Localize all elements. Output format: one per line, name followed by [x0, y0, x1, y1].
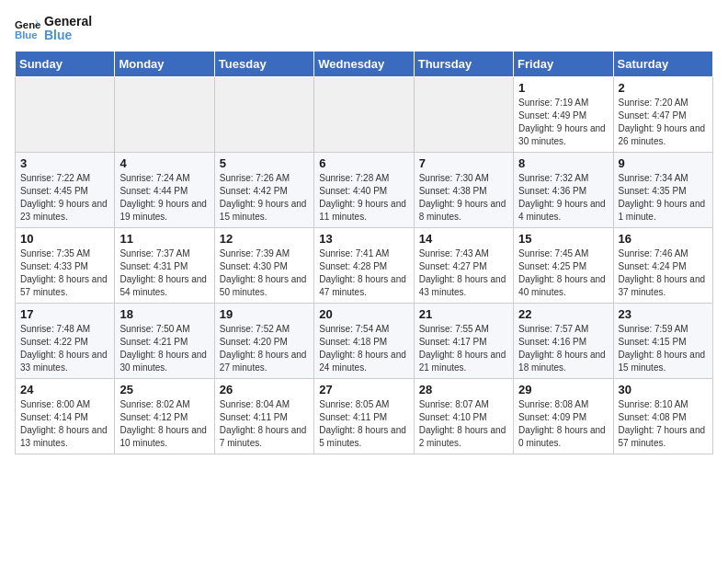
day-number: 28 — [419, 383, 508, 396]
weekday-header: Friday — [514, 51, 613, 76]
calendar-cell: 25Sunrise: 8:02 AM Sunset: 4:12 PM Dayli… — [115, 378, 214, 454]
calendar: SundayMondayTuesdayWednesdayThursdayFrid… — [15, 51, 713, 454]
calendar-cell: 8Sunrise: 7:32 AM Sunset: 4:36 PM Daylig… — [514, 152, 613, 227]
calendar-cell: 23Sunrise: 7:59 AM Sunset: 4:15 PM Dayli… — [613, 303, 712, 378]
day-number: 12 — [220, 232, 309, 246]
day-number: 2 — [619, 81, 708, 95]
day-info: Sunrise: 7:26 AM Sunset: 4:42 PM Dayligh… — [220, 172, 309, 224]
day-number: 23 — [619, 307, 708, 321]
calendar-cell — [115, 76, 214, 152]
day-number: 22 — [518, 307, 608, 321]
calendar-cell: 18Sunrise: 7:50 AM Sunset: 4:21 PM Dayli… — [115, 303, 214, 378]
day-number: 20 — [319, 307, 408, 321]
weekday-header: Wednesday — [314, 51, 414, 76]
day-info: Sunrise: 7:50 AM Sunset: 4:21 PM Dayligh… — [119, 323, 209, 374]
calendar-cell: 9Sunrise: 7:34 AM Sunset: 4:35 PM Daylig… — [613, 152, 712, 227]
day-number: 18 — [119, 307, 209, 321]
day-number: 6 — [319, 156, 408, 170]
day-number: 4 — [119, 156, 209, 170]
day-info: Sunrise: 7:54 AM Sunset: 4:18 PM Dayligh… — [319, 323, 408, 374]
calendar-cell: 15Sunrise: 7:45 AM Sunset: 4:25 PM Dayli… — [514, 227, 613, 303]
calendar-cell: 17Sunrise: 7:48 AM Sunset: 4:22 PM Dayli… — [16, 303, 115, 378]
day-number: 15 — [518, 232, 608, 246]
day-number: 25 — [119, 383, 209, 396]
day-info: Sunrise: 8:02 AM Sunset: 4:12 PM Dayligh… — [119, 398, 209, 450]
calendar-cell: 6Sunrise: 7:28 AM Sunset: 4:40 PM Daylig… — [314, 152, 414, 227]
calendar-cell: 2Sunrise: 7:20 AM Sunset: 4:47 PM Daylig… — [613, 76, 712, 152]
day-number: 7 — [419, 156, 508, 170]
day-info: Sunrise: 7:20 AM Sunset: 4:47 PM Dayligh… — [619, 97, 708, 148]
day-number: 11 — [119, 232, 209, 246]
calendar-cell: 24Sunrise: 8:00 AM Sunset: 4:14 PM Dayli… — [16, 378, 115, 454]
day-number: 30 — [619, 383, 708, 396]
weekday-header: Thursday — [414, 51, 513, 76]
day-info: Sunrise: 8:07 AM Sunset: 4:10 PM Dayligh… — [419, 398, 508, 450]
weekday-header: Sunday — [16, 51, 115, 76]
day-info: Sunrise: 8:10 AM Sunset: 4:08 PM Dayligh… — [619, 398, 708, 450]
day-number: 21 — [419, 307, 508, 321]
day-number: 17 — [20, 307, 109, 321]
calendar-cell — [16, 76, 115, 152]
day-info: Sunrise: 7:37 AM Sunset: 4:31 PM Dayligh… — [119, 247, 209, 299]
weekday-header: Monday — [115, 51, 214, 76]
day-info: Sunrise: 7:19 AM Sunset: 4:49 PM Dayligh… — [518, 97, 608, 148]
day-number: 27 — [319, 383, 408, 396]
day-info: Sunrise: 8:00 AM Sunset: 4:14 PM Dayligh… — [20, 398, 109, 450]
day-number: 10 — [20, 232, 109, 246]
day-number: 29 — [518, 383, 608, 396]
calendar-cell: 13Sunrise: 7:41 AM Sunset: 4:28 PM Dayli… — [314, 227, 414, 303]
calendar-cell: 28Sunrise: 8:07 AM Sunset: 4:10 PM Dayli… — [414, 378, 513, 454]
calendar-cell: 4Sunrise: 7:24 AM Sunset: 4:44 PM Daylig… — [115, 152, 214, 227]
weekday-header: Tuesday — [214, 51, 313, 76]
day-info: Sunrise: 7:45 AM Sunset: 4:25 PM Dayligh… — [518, 247, 608, 299]
day-info: Sunrise: 7:39 AM Sunset: 4:30 PM Dayligh… — [220, 247, 309, 299]
calendar-cell: 26Sunrise: 8:04 AM Sunset: 4:11 PM Dayli… — [214, 378, 313, 454]
day-number: 19 — [220, 307, 309, 321]
day-info: Sunrise: 8:08 AM Sunset: 4:09 PM Dayligh… — [518, 398, 608, 450]
calendar-cell: 10Sunrise: 7:35 AM Sunset: 4:33 PM Dayli… — [16, 227, 115, 303]
day-info: Sunrise: 7:35 AM Sunset: 4:33 PM Dayligh… — [20, 247, 109, 299]
day-info: Sunrise: 7:24 AM Sunset: 4:44 PM Dayligh… — [119, 172, 209, 224]
day-info: Sunrise: 7:52 AM Sunset: 4:20 PM Dayligh… — [220, 323, 309, 374]
day-info: Sunrise: 7:57 AM Sunset: 4:16 PM Dayligh… — [518, 323, 608, 374]
calendar-cell: 29Sunrise: 8:08 AM Sunset: 4:09 PM Dayli… — [514, 378, 613, 454]
day-number: 14 — [419, 232, 508, 246]
logo: General Blue General Blue — [15, 15, 92, 43]
day-info: Sunrise: 7:30 AM Sunset: 4:38 PM Dayligh… — [419, 172, 508, 224]
svg-text:Blue: Blue — [15, 29, 38, 40]
calendar-cell: 14Sunrise: 7:43 AM Sunset: 4:27 PM Dayli… — [414, 227, 513, 303]
calendar-cell: 22Sunrise: 7:57 AM Sunset: 4:16 PM Dayli… — [514, 303, 613, 378]
calendar-cell: 1Sunrise: 7:19 AM Sunset: 4:49 PM Daylig… — [514, 76, 613, 152]
day-info: Sunrise: 7:32 AM Sunset: 4:36 PM Dayligh… — [518, 172, 608, 224]
weekday-header: Saturday — [613, 51, 712, 76]
calendar-cell: 16Sunrise: 7:46 AM Sunset: 4:24 PM Dayli… — [613, 227, 712, 303]
day-number: 13 — [319, 232, 408, 246]
calendar-cell: 27Sunrise: 8:05 AM Sunset: 4:11 PM Dayli… — [314, 378, 414, 454]
calendar-cell: 20Sunrise: 7:54 AM Sunset: 4:18 PM Dayli… — [314, 303, 414, 378]
day-number: 16 — [619, 232, 708, 246]
day-info: Sunrise: 7:43 AM Sunset: 4:27 PM Dayligh… — [419, 247, 508, 299]
day-info: Sunrise: 7:48 AM Sunset: 4:22 PM Dayligh… — [20, 323, 109, 374]
calendar-cell — [314, 76, 414, 152]
day-info: Sunrise: 7:55 AM Sunset: 4:17 PM Dayligh… — [419, 323, 508, 374]
day-info: Sunrise: 7:22 AM Sunset: 4:45 PM Dayligh… — [20, 172, 109, 224]
day-number: 8 — [518, 156, 608, 170]
calendar-cell — [214, 76, 313, 152]
day-number: 5 — [220, 156, 309, 170]
calendar-cell: 3Sunrise: 7:22 AM Sunset: 4:45 PM Daylig… — [16, 152, 115, 227]
day-number: 24 — [20, 383, 109, 396]
day-number: 26 — [220, 383, 309, 396]
logo-icon: General Blue — [15, 16, 40, 41]
calendar-cell: 19Sunrise: 7:52 AM Sunset: 4:20 PM Dayli… — [214, 303, 313, 378]
calendar-cell — [414, 76, 513, 152]
day-number: 1 — [518, 81, 608, 95]
page-header: General Blue General Blue — [15, 15, 713, 43]
calendar-cell: 30Sunrise: 8:10 AM Sunset: 4:08 PM Dayli… — [613, 378, 712, 454]
day-info: Sunrise: 7:34 AM Sunset: 4:35 PM Dayligh… — [619, 172, 708, 224]
day-info: Sunrise: 7:46 AM Sunset: 4:24 PM Dayligh… — [619, 247, 708, 299]
day-info: Sunrise: 8:04 AM Sunset: 4:11 PM Dayligh… — [220, 398, 309, 450]
day-info: Sunrise: 7:59 AM Sunset: 4:15 PM Dayligh… — [619, 323, 708, 374]
day-info: Sunrise: 7:41 AM Sunset: 4:28 PM Dayligh… — [319, 247, 408, 299]
calendar-cell: 12Sunrise: 7:39 AM Sunset: 4:30 PM Dayli… — [214, 227, 313, 303]
calendar-cell: 5Sunrise: 7:26 AM Sunset: 4:42 PM Daylig… — [214, 152, 313, 227]
